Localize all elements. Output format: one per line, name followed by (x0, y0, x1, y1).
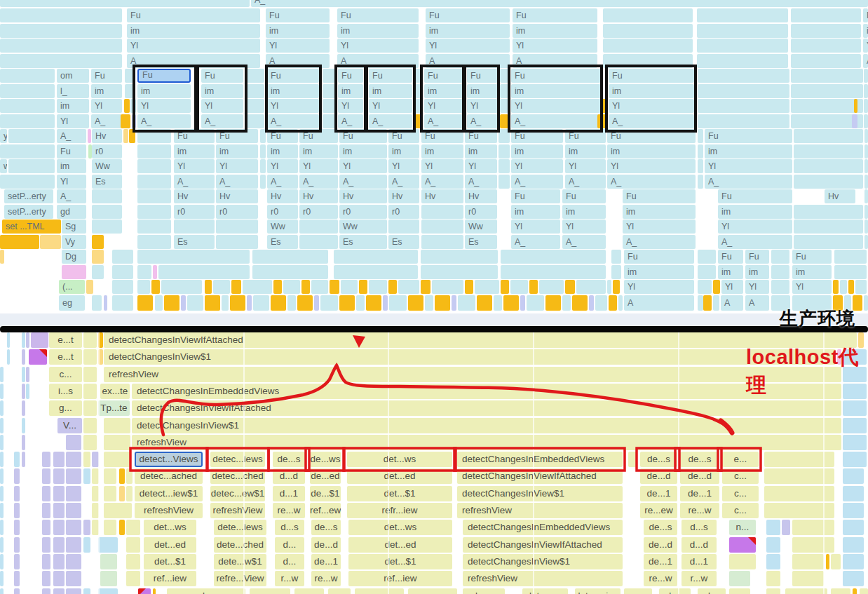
flame-cell[interactable] (628, 452, 637, 467)
flame-cell-des[interactable]: de...s (680, 452, 719, 467)
flame-cell-rew[interactable]: re...w (273, 503, 305, 518)
flame-cell-rew[interactable]: re...w (311, 571, 341, 586)
flame-cell[interactable] (792, 571, 824, 586)
flame-cell[interactable] (83, 384, 97, 399)
flame-cell[interactable] (729, 571, 750, 586)
flame-cell[interactable] (14, 588, 20, 594)
flame-cell[interactable] (0, 554, 4, 569)
flame-cell[interactable] (53, 468, 65, 484)
flame-cell[interactable] (14, 554, 20, 569)
flame-cell[interactable] (42, 537, 50, 553)
flame-cell-d[interactable]: d... (167, 588, 245, 594)
flame-cell[interactable] (22, 400, 25, 416)
flame-cell[interactable] (53, 537, 65, 553)
flame-cell[interactable] (328, 588, 351, 594)
flame-cell[interactable] (83, 418, 97, 433)
flame-cell[interactable] (83, 452, 90, 467)
flame-cell[interactable] (0, 384, 4, 399)
flame-cell[interactable] (729, 588, 750, 594)
flame-cell[interactable] (14, 571, 20, 586)
flame-cell[interactable] (250, 588, 290, 594)
flame-cell[interactable] (0, 520, 4, 535)
flame-cell-refreshView[interactable]: refreshView (132, 435, 841, 450)
flame-cell[interactable] (853, 588, 857, 594)
flame-cell-g[interactable]: g... (49, 400, 82, 416)
flame-cell-refreshView[interactable]: refreshView (135, 503, 203, 518)
flame-cell[interactable] (42, 520, 50, 535)
flame-cell[interactable] (22, 384, 25, 399)
flame-cell[interactable] (83, 588, 90, 594)
flame-cell-c[interactable]: c... (722, 468, 759, 484)
flame-cell-V[interactable]: V... (57, 418, 82, 433)
flame-cell[interactable] (42, 486, 50, 501)
flame-cell-detews[interactable]: det...ews (522, 588, 568, 594)
flame-cell[interactable] (843, 400, 867, 416)
flame-cell-ded[interactable]: de...d (644, 537, 677, 553)
flame-cell[interactable] (83, 520, 90, 535)
flame-cell[interactable] (0, 468, 4, 484)
flame-cell-rew[interactable]: re...w (644, 571, 677, 586)
flame-cell[interactable] (843, 571, 864, 586)
flame-cell[interactable] (792, 554, 824, 569)
flame-cell[interactable] (22, 452, 25, 467)
flame-cell-d[interactable]: d... (698, 588, 726, 594)
flame-cell-detws[interactable]: det...ws (144, 520, 196, 535)
flame-cell[interactable] (66, 588, 81, 594)
flame-cell[interactable] (26, 367, 29, 382)
flame-cell[interactable] (53, 486, 65, 501)
flame-cell[interactable] (83, 468, 90, 484)
flame-cell[interactable] (42, 452, 50, 467)
flame-cell[interactable] (792, 537, 834, 553)
flame-cell[interactable] (153, 588, 156, 594)
flame-cell-detectChangesInEmbeddedViews[interactable]: detectChangesInEmbeddedViews (132, 384, 841, 399)
flame-cell-d[interactable]: d... (275, 554, 304, 569)
flame-cell[interactable] (66, 520, 81, 535)
flame-cell[interactable] (53, 503, 65, 518)
flame-cell-d1[interactable]: d...1 (681, 554, 717, 569)
flame-cell-deteciews[interactable]: detec...iews (210, 452, 265, 467)
flame-cell-detew1[interactable]: dete...w$1 (214, 554, 266, 569)
flame-cell[interactable] (104, 486, 116, 501)
flame-cell-refiew[interactable]: ref...iew (144, 571, 196, 586)
flame-cell-is[interactable]: i...s (49, 384, 82, 399)
flame-cell-detectChangesInViewIfAttached[interactable]: detectChangesInViewIfAttached (457, 468, 623, 484)
flame-cell-c[interactable]: c... (49, 367, 82, 382)
flame-cell[interactable] (826, 554, 829, 569)
flame-cell[interactable] (0, 452, 4, 467)
flame-cell[interactable] (843, 537, 864, 553)
flame-cell-detectChangesInView1[interactable]: detectChangesInView$1 (457, 486, 623, 501)
flame-cell[interactable] (126, 537, 140, 553)
flame-cell-det1[interactable]: det...$1 (144, 554, 196, 569)
flame-cell-detecched[interactable]: detec...ched (210, 468, 265, 484)
flame-cell[interactable] (104, 435, 130, 450)
flame-cell-refreshView[interactable]: refreshView (457, 503, 623, 518)
flame-cell-refreshView[interactable]: refreshView (104, 367, 841, 382)
flame-cell[interactable] (83, 349, 97, 365)
flame-cell[interactable] (14, 503, 20, 518)
flame-cell-e[interactable]: e... (722, 452, 759, 467)
flame-cell[interactable] (126, 468, 133, 484)
flame-cell[interactable] (42, 554, 50, 569)
flame-cell[interactable] (782, 520, 790, 535)
flame-cell[interactable] (843, 520, 864, 535)
flame-cell[interactable] (104, 452, 130, 467)
flame-cell[interactable] (792, 520, 834, 535)
flame-cell-detectViews[interactable]: detect...Views (135, 452, 203, 467)
flame-cell-dd[interactable]: d...d (273, 468, 305, 484)
flame-cell-exte[interactable]: ex...te (100, 384, 130, 399)
flame-cell[interactable] (831, 588, 850, 594)
flame-cell[interactable] (66, 537, 81, 553)
flame-cell[interactable] (14, 452, 20, 467)
flame-cell[interactable] (843, 418, 867, 433)
flame-cell-detectiew1[interactable]: detect...iew$1 (135, 486, 203, 501)
flame-cell-rw[interactable]: r...w (275, 571, 304, 586)
flame-cell-de1[interactable]: de...$1 (310, 486, 341, 501)
flame-cell-refreshView[interactable]: refreshView (210, 503, 265, 518)
flame-cell[interactable] (119, 486, 125, 501)
flame-cell-et[interactable]: e...t (49, 332, 82, 348)
flame-cell[interactable] (66, 468, 81, 484)
flame-cell[interactable] (66, 554, 81, 569)
flame-cell[interactable] (53, 452, 65, 467)
flame-cell[interactable] (100, 571, 117, 586)
flame-cell[interactable] (126, 486, 133, 501)
